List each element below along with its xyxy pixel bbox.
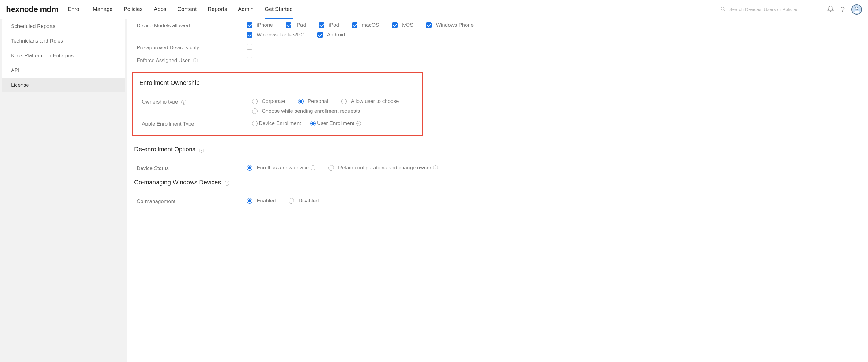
admin-sidebar: Scheduled Reports Technicians and Roles … bbox=[0, 19, 127, 362]
radio-icon[interactable] bbox=[247, 165, 252, 171]
info-icon[interactable]: i bbox=[224, 181, 229, 186]
divider bbox=[134, 190, 861, 190]
opt-macos[interactable]: macOS bbox=[352, 22, 379, 28]
device-models-label: Device Models allowed bbox=[136, 22, 247, 29]
check-circle-icon bbox=[356, 121, 361, 126]
row-ownership-type: Ownership type i Corporate Personal Allo… bbox=[133, 95, 422, 108]
checkbox-icon[interactable] bbox=[286, 22, 291, 28]
opt-allow-user[interactable]: Allow user to choose bbox=[341, 98, 399, 104]
opt-android[interactable]: Android bbox=[317, 32, 345, 38]
opt-ipad[interactable]: iPad bbox=[286, 22, 306, 28]
main-panel: Device Models allowed iPhone iPad iPod m… bbox=[127, 19, 868, 362]
reenroll-title: Re-enrollment Options bbox=[134, 146, 195, 152]
section-enrollment-ownership: Enrollment Ownership bbox=[133, 75, 422, 89]
checkbox-icon[interactable] bbox=[247, 22, 252, 28]
opt-corporate[interactable]: Corporate bbox=[252, 98, 285, 104]
device-status-label: Device Status bbox=[136, 165, 247, 172]
opt-label: Enroll as a new device bbox=[257, 165, 309, 171]
sidebar-item-api[interactable]: API bbox=[2, 63, 125, 78]
radio-icon[interactable] bbox=[252, 121, 257, 126]
pre-approved-checkbox[interactable] bbox=[247, 44, 252, 50]
checkbox-icon[interactable] bbox=[247, 32, 252, 38]
nav-policies[interactable]: Policies bbox=[124, 0, 143, 19]
radio-icon[interactable] bbox=[298, 99, 304, 104]
checkbox-icon[interactable] bbox=[319, 22, 324, 28]
section-comanage: Co-managing Windows Devices i bbox=[127, 175, 868, 189]
header-actions: ? bbox=[827, 4, 862, 15]
radio-icon[interactable] bbox=[310, 121, 316, 126]
help-icon[interactable]: ? bbox=[841, 5, 845, 14]
opt-label: Enabled bbox=[257, 198, 276, 204]
row-enforce-user: Enforce Assigned User i bbox=[127, 54, 868, 67]
checkbox-icon[interactable] bbox=[392, 22, 398, 28]
opt-label: Retain configurations and change owner bbox=[338, 165, 431, 171]
radio-icon[interactable] bbox=[288, 198, 294, 204]
info-icon[interactable]: i bbox=[433, 165, 438, 170]
opt-iphone[interactable]: iPhone bbox=[247, 22, 273, 28]
sidebar-item-technicians-roles[interactable]: Technicians and Roles bbox=[2, 34, 125, 49]
nav-content[interactable]: Content bbox=[177, 0, 197, 19]
opt-label: Device Enrollment bbox=[259, 120, 301, 126]
radio-icon[interactable] bbox=[252, 109, 257, 114]
ownership-type-label: Ownership type i bbox=[142, 98, 252, 105]
app-header: hexnode mdm Enroll Manage Policies Apps … bbox=[0, 0, 868, 19]
opt-label: Windows Phone bbox=[436, 22, 473, 28]
sidebar-item-license[interactable]: License bbox=[2, 78, 125, 92]
checkbox-icon[interactable] bbox=[352, 22, 358, 28]
info-icon[interactable]: i bbox=[199, 148, 204, 152]
apple-enroll-label: Apple Enrollment Type bbox=[142, 120, 252, 127]
radio-icon[interactable] bbox=[328, 165, 334, 171]
opt-label: macOS bbox=[362, 22, 379, 28]
main-nav: Enroll Manage Policies Apps Content Repo… bbox=[68, 0, 720, 19]
radio-icon[interactable] bbox=[247, 198, 252, 204]
nav-apps[interactable]: Apps bbox=[154, 0, 166, 19]
opt-label: iPhone bbox=[257, 22, 273, 28]
opt-label: Windows Tablets/PC bbox=[257, 32, 305, 38]
opt-label: Corporate bbox=[262, 98, 285, 104]
opt-personal[interactable]: Personal bbox=[298, 98, 328, 104]
sidebar-item-knox[interactable]: Knox Platform for Enterprise bbox=[2, 49, 125, 63]
opt-retain-config[interactable]: Retain configurations and change owneri bbox=[328, 165, 438, 171]
opt-tvos[interactable]: tvOS bbox=[392, 22, 413, 28]
radio-icon[interactable] bbox=[341, 99, 347, 104]
avatar[interactable] bbox=[851, 4, 862, 15]
sidebar-item-scheduled-reports[interactable]: Scheduled Reports bbox=[2, 19, 125, 34]
info-icon[interactable]: i bbox=[181, 100, 186, 105]
search-box[interactable] bbox=[720, 6, 797, 12]
checkbox-icon[interactable] bbox=[426, 22, 432, 28]
nav-get-started[interactable]: Get Started bbox=[265, 0, 293, 19]
enrollment-ownership-highlight: Enrollment Ownership Ownership type i Co… bbox=[132, 72, 423, 136]
opt-windows-phone[interactable]: Windows Phone bbox=[426, 22, 473, 28]
bell-icon[interactable] bbox=[827, 5, 834, 13]
opt-user-enrollment[interactable]: User Enrollment bbox=[310, 120, 361, 126]
opt-label: Choose while sending enrollment requests bbox=[262, 108, 360, 114]
opt-windows-tablets[interactable]: Windows Tablets/PC bbox=[247, 32, 305, 38]
info-icon[interactable]: i bbox=[311, 165, 315, 170]
enforce-user-checkbox[interactable] bbox=[247, 57, 252, 62]
opt-enroll-new[interactable]: Enroll as a new devicei bbox=[247, 165, 315, 171]
opt-disabled[interactable]: Disabled bbox=[288, 198, 318, 204]
section-reenrollment: Re-enrollment Options i bbox=[127, 142, 868, 156]
info-icon[interactable]: i bbox=[193, 59, 198, 63]
row-device-models: Device Models allowed iPhone iPad iPod m… bbox=[127, 19, 868, 32]
radio-icon[interactable] bbox=[252, 99, 257, 104]
opt-label: Disabled bbox=[298, 198, 318, 204]
enforce-user-label: Enforce Assigned User i bbox=[136, 57, 247, 64]
row-device-status: Device Status Enroll as a new devicei Re… bbox=[127, 162, 868, 175]
opt-label: Android bbox=[327, 32, 345, 38]
nav-reports[interactable]: Reports bbox=[208, 0, 227, 19]
nav-admin[interactable]: Admin bbox=[238, 0, 254, 19]
row-pre-approved: Pre-approved Devices only bbox=[127, 41, 868, 54]
nav-enroll[interactable]: Enroll bbox=[68, 0, 82, 19]
ownership-type-text: Ownership type bbox=[142, 99, 178, 105]
nav-manage[interactable]: Manage bbox=[93, 0, 113, 19]
search-input[interactable] bbox=[729, 7, 797, 12]
opt-ipod[interactable]: iPod bbox=[319, 22, 339, 28]
row-ownership-type-2: Choose while sending enrollment requests bbox=[133, 108, 422, 117]
checkbox-icon[interactable] bbox=[317, 32, 323, 38]
opt-device-enrollment[interactable]: Device Enrollment bbox=[252, 120, 301, 126]
opt-enabled[interactable]: Enabled bbox=[247, 198, 276, 204]
opt-choose-while-sending[interactable]: Choose while sending enrollment requests bbox=[252, 108, 360, 114]
enforce-user-text: Enforce Assigned User bbox=[136, 58, 190, 63]
row-apple-enrollment-type: Apple Enrollment Type Device Enrollment … bbox=[133, 117, 422, 130]
